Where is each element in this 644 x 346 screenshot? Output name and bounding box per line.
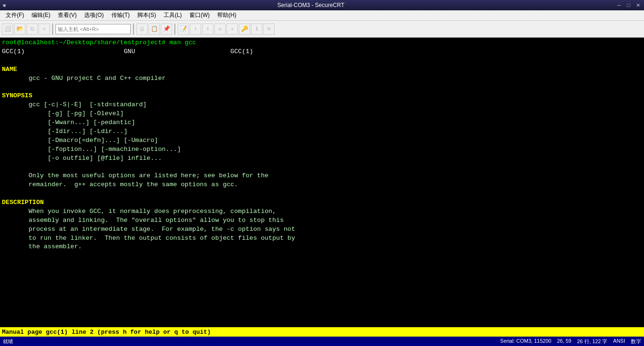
menu-edit[interactable]: 编辑(E) — [28, 10, 54, 20]
synopsis-line6: [-foption...] [-mmachine-option...] — [2, 146, 181, 153]
info-button[interactable]: ℹ — [251, 24, 262, 35]
key-button[interactable]: 🔑 — [239, 24, 250, 35]
synopsis-line2: [-g] [-pg] [-Olevel] — [2, 110, 124, 117]
title-icon: ■ — [3, 2, 6, 8]
window-controls[interactable]: ─ □ ✕ — [616, 2, 641, 8]
menu-tools[interactable]: 工具(L) — [160, 10, 186, 20]
sftp-button[interactable]: ✦ — [227, 24, 238, 35]
line-count: 26 行, 122 字 — [577, 338, 607, 345]
menu-help[interactable]: 帮助(H) — [213, 10, 240, 20]
input-mode: 数字 — [631, 338, 641, 345]
open-session-button[interactable]: 📂 — [14, 24, 25, 35]
menu-script[interactable]: 脚本(S) — [134, 10, 160, 20]
cursor-pos: 26, 59 — [557, 338, 572, 345]
download-button[interactable]: ⬇ — [202, 24, 213, 35]
copy-button[interactable]: 📋 — [149, 24, 160, 35]
synopsis-note2: remainder. g++ accepts mostly the same o… — [2, 181, 238, 188]
serial-info: Serial: COM3, 115200 — [500, 338, 551, 345]
header-line: GCC(1) GNU GCC(1) — [2, 48, 253, 55]
synopsis-line5: [-Dmacro[=defn]...] [-Umacro] — [2, 137, 158, 144]
synopsis-line4: [-Idir...] [-Ldir...] — [2, 128, 127, 135]
encoding: ANSI — [613, 338, 625, 345]
titlebar: ■ Serial-COM3 - SecureCRT ─ □ ✕ — [0, 0, 644, 10]
sep1 — [52, 24, 53, 35]
prompt-line: root@localhost:~/Desktop/share/testproje… — [2, 39, 196, 46]
menu-options[interactable]: 选项(O) — [80, 10, 107, 20]
log-button[interactable]: 📝 — [178, 24, 189, 35]
synopsis-note1: Only the most useful options are listed … — [2, 172, 268, 179]
name-section: NAME — [2, 66, 17, 73]
desc1: When you invoke GCC, it normally does pr… — [2, 208, 276, 215]
desc-section: DESCRIPTION — [2, 199, 44, 206]
close-tab-button[interactable]: ✕ — [39, 24, 50, 35]
map-button[interactable]: ⊞ — [263, 24, 275, 35]
menubar: 文件(F) 编辑(E) 查看(V) 选项(O) 传输(T) 脚本(S) 工具(L… — [0, 10, 644, 21]
manstatus-text: Manual page gcc(1) line 2 (press h for h… — [2, 329, 211, 336]
clone-button[interactable]: ⧉ — [26, 24, 38, 35]
close-button[interactable]: ✕ — [635, 2, 641, 8]
name-body: gcc - GNU project C and C++ compiler — [2, 75, 165, 82]
print-button[interactable]: 🖨 — [136, 24, 148, 35]
desc4: to run the linker. Then the output consi… — [2, 235, 295, 242]
maximize-button[interactable]: □ — [625, 2, 632, 8]
xfer-button[interactable]: ⇄ — [214, 24, 226, 35]
menu-transfer[interactable]: 传输(T) — [108, 10, 134, 20]
manstatus-bar: Manual page gcc(1) line 2 (press h for h… — [0, 327, 644, 337]
title-text: Serial-COM3 - SecureCRT — [6, 2, 616, 8]
menu-window[interactable]: 窗口(W) — [186, 10, 213, 20]
terminal[interactable]: root@localhost:~/Desktop/share/testproje… — [0, 38, 644, 327]
menu-view[interactable]: 查看(V) — [54, 10, 80, 20]
paste-button[interactable]: 📌 — [161, 24, 172, 35]
desc3: process at an intermediate stage. For ex… — [2, 226, 295, 233]
new-session-button[interactable]: ⬜ — [2, 24, 13, 35]
synopsis-section: SYNOPSIS — [2, 92, 32, 99]
upload-button[interactable]: ⬆ — [190, 24, 201, 35]
host-input[interactable] — [55, 24, 131, 34]
desc5: the assembler. — [2, 243, 82, 250]
synopsis-line7: [-o outfile] [@file] infile... — [2, 155, 162, 162]
minimize-button[interactable]: ─ — [616, 2, 622, 8]
desc2: assembly and linking. The "overall optio… — [2, 217, 284, 224]
sep3 — [174, 24, 175, 35]
synopsis-line3: [-Wwarn...] [-pedantic] — [2, 119, 135, 126]
statusbar: 就绪 Serial: COM3, 115200 26, 59 26 行, 122… — [0, 337, 644, 346]
synopsis-line1: gcc [-c|-S|-E] [-std=standard] — [2, 101, 147, 108]
sep2 — [133, 24, 134, 35]
status-ready: 就绪 — [3, 338, 500, 345]
menu-file[interactable]: 文件(F) — [2, 10, 28, 20]
status-info: Serial: COM3, 115200 26, 59 26 行, 122 字 … — [500, 338, 641, 345]
toolbar: ⬜ 📂 ⧉ ✕ 🖨 📋 📌 📝 ⬆ ⬇ ⇄ ✦ 🔑 ℹ ⊞ — [0, 21, 644, 38]
